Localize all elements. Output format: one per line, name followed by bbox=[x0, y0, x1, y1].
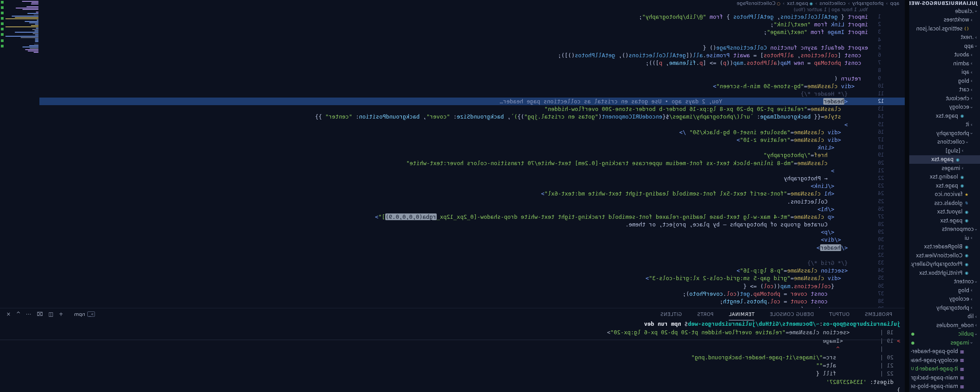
code-line-32[interactable]: 32 bbox=[39, 251, 905, 259]
code-line-15[interactable]: 15 > bbox=[39, 121, 905, 128]
code-line-28[interactable]: 28 Curated groups of photographs — by pl… bbox=[39, 221, 905, 228]
panel-tab-ports[interactable]: PORTS bbox=[697, 308, 714, 320]
maximize-panel-icon[interactable]: ^ bbox=[16, 311, 21, 317]
tree-item--claude[interactable]: ›.claude bbox=[909, 7, 980, 16]
code-line-3[interactable]: 3import Image from "next/image"; bbox=[39, 28, 905, 36]
tree-item-settings-local-json[interactable]: {}settings.local.json bbox=[909, 24, 980, 33]
tree-item-blogreader-tsx[interactable]: ◉BlogReader.tsx bbox=[909, 243, 980, 251]
tree-item-page-tsx[interactable]: ◉page.tsx bbox=[909, 181, 980, 190]
tree-item-images[interactable]: ›images bbox=[909, 164, 980, 173]
breadcrumb-item-app[interactable]: app bbox=[890, 0, 899, 6]
tree-item-components[interactable]: ›components bbox=[909, 225, 980, 234]
code-line-23[interactable]: 23 </Link> bbox=[39, 182, 905, 190]
code-line-36[interactable]: 36 {collections.map((col) => { bbox=[39, 282, 905, 290]
terminal[interactable]: julianruizburgos@pop-os:~/Documents/GitH… bbox=[0, 320, 900, 392]
tree-item-node-modules[interactable]: ›node_modules bbox=[909, 321, 980, 330]
more-actions-icon[interactable]: ⋯ bbox=[26, 311, 31, 317]
tree-item-content[interactable]: ›content bbox=[909, 277, 980, 286]
code-line-22[interactable]: 22 ← Photography bbox=[39, 175, 905, 182]
panel-tab-debug-console[interactable]: DEBUG CONSOLE bbox=[769, 308, 813, 320]
terminal-task-item[interactable]: >_ npm bbox=[74, 311, 95, 317]
code-line-20[interactable]: 20 className="mb-8 inline-block text-xs … bbox=[39, 159, 905, 167]
tree-item-worktrees[interactable]: ›worktrees bbox=[909, 16, 980, 25]
code-line-9[interactable]: 9 return ( bbox=[39, 75, 905, 82]
split-terminal-icon[interactable]: ◫ bbox=[48, 311, 53, 317]
tree-item-public[interactable]: ›public● bbox=[909, 330, 980, 339]
tree-item-ecology[interactable]: ›ecology bbox=[909, 103, 980, 112]
code-line-34[interactable]: 34 <section className="p-8 lg:p-16"> bbox=[39, 267, 905, 274]
tree-item-photographygallery-tsx[interactable]: ◉PhotographyGallery.tsx bbox=[909, 260, 980, 269]
tree-item-globals-css[interactable]: #globals.css bbox=[909, 199, 980, 208]
code-line-11[interactable]: 11 {/* Header */} bbox=[39, 90, 905, 98]
tree-item-it-page-header-bac-[interactable]: ▦it-page-header-bac...U bbox=[909, 365, 980, 374]
code-line-27[interactable]: 27 <p className="mt-4 max-w-lg text-base… bbox=[39, 213, 905, 221]
tree-item-it[interactable]: ›it bbox=[909, 120, 980, 129]
close-panel-icon[interactable]: × bbox=[6, 311, 11, 317]
tree-item--slug-[interactable]: ›[slug] bbox=[909, 146, 980, 155]
breadcrumb-item-collectionspage[interactable]: ○CollectionsPage bbox=[737, 0, 781, 6]
tree-item-ecology-page-header-ba-[interactable]: ▦ecology-page-header-ba... bbox=[909, 356, 980, 365]
code-line-8[interactable]: 8 bbox=[39, 67, 905, 74]
tree-item-app[interactable]: ›app bbox=[909, 42, 980, 51]
minimap[interactable] bbox=[4, 1, 39, 53]
tree-item-layout-tsx[interactable]: ◉layout.tsx bbox=[909, 208, 980, 217]
code-line-6[interactable]: 6 const [collections, allPhotos] = await… bbox=[39, 51, 905, 59]
tree-item-main-page-blog-section-[interactable]: ▦main-page-blog-section-... bbox=[909, 382, 980, 391]
code-line-31[interactable]: 31 </header> bbox=[39, 244, 905, 251]
code-line-5[interactable]: 5export default async function Collectio… bbox=[39, 44, 905, 51]
tree-item-page-tsx[interactable]: ◉page.tsx bbox=[909, 111, 980, 120]
panel-tab-gitlens[interactable]: GITLENS bbox=[660, 308, 682, 320]
tree-item-favicon-ico[interactable]: ★favicon.ico bbox=[909, 190, 980, 199]
tree-item-main-page-background-c-[interactable]: ▦main-page-background-c... bbox=[909, 373, 980, 382]
panel-tab-terminal[interactable]: TERMINAL bbox=[729, 308, 754, 320]
code-line-10[interactable]: 10 <div className="bg-stone-50 min-h-scr… bbox=[39, 82, 905, 90]
code-line-14[interactable]: 14 style={{ backgroundImage: `url(/photo… bbox=[39, 113, 905, 120]
gitlens-codelens[interactable]: You, 1 hour ago | 1 author (You) bbox=[794, 6, 868, 13]
sidebar-resize-handle[interactable] bbox=[905, 0, 909, 392]
tree-item-blog[interactable]: ›blog bbox=[909, 77, 980, 85]
tree-item--next[interactable]: ›.next bbox=[909, 33, 980, 42]
tree-item-page-tsx[interactable]: ◉page.tsx bbox=[909, 216, 980, 225]
tree-item-ecology[interactable]: ›ecology bbox=[909, 295, 980, 304]
code-line-19[interactable]: 19 href="/photography" bbox=[39, 151, 905, 159]
panel-tab-problems[interactable]: PROBLEMS bbox=[865, 308, 892, 320]
code-line-24[interactable]: 24 <h1 className="font-serif text-5xl fo… bbox=[39, 190, 905, 197]
tree-item-about[interactable]: ›about bbox=[909, 51, 980, 60]
code-line-1[interactable]: 1import { getAllCollections, getAllPhoto… bbox=[39, 13, 905, 21]
kill-terminal-icon[interactable]: ⌧ bbox=[37, 311, 43, 317]
code-line-26[interactable]: 26 </h1> bbox=[39, 205, 905, 213]
code-line-30[interactable]: 30 </div> bbox=[39, 236, 905, 243]
breadcrumb-item-page-tsx[interactable]: ◉page.tsx bbox=[787, 0, 813, 6]
tree-item-printlightbox-tsx[interactable]: ◉PrintLightbox.tsx bbox=[909, 268, 980, 277]
tree-item-checkout[interactable]: ›checkout bbox=[909, 94, 980, 103]
code-line-21[interactable]: 21 > bbox=[39, 167, 905, 175]
code-line-4[interactable]: 4 bbox=[39, 36, 905, 44]
code-line-7[interactable]: 7 const photoMap = new Map(allPhotos.map… bbox=[39, 59, 905, 67]
tree-item-api[interactable]: ›api bbox=[909, 68, 980, 77]
panel-tab-output[interactable]: OUTPUT bbox=[829, 308, 850, 320]
tree-item-collectionview-tsx[interactable]: ◉CollectionView.tsx bbox=[909, 251, 980, 260]
tree-item-admin[interactable]: ›admin bbox=[909, 59, 980, 68]
code-line-33[interactable]: 33 {/* Grid */} bbox=[39, 259, 905, 267]
code-line-35[interactable]: 35 <div className="grid gap-5 sm:grid-co… bbox=[39, 274, 905, 282]
tree-item-page-tsx[interactable]: ◉page.tsx bbox=[909, 155, 980, 164]
tree-item-blog[interactable]: ›blog bbox=[909, 286, 980, 295]
workspace-root[interactable]: JULIANRUIZBURGOS-WEB bbox=[909, 0, 980, 7]
code-line-37[interactable]: 37 const cover = photoMap.get(col.coverP… bbox=[39, 290, 905, 298]
tree-item-photography[interactable]: ›photography bbox=[909, 129, 980, 138]
code-line-38[interactable]: 38 const count = col.photos.length; bbox=[39, 298, 905, 305]
tree-item-loading-tsx[interactable]: ◉loading.tsx bbox=[909, 173, 980, 182]
explorer-sidebar[interactable]: JULIANRUIZBURGOS-WEB ›.claude›worktrees … bbox=[909, 0, 980, 392]
tree-item-images[interactable]: ›images● bbox=[909, 338, 980, 347]
tree-item-collections[interactable]: ›collections bbox=[909, 138, 980, 147]
code-line-18[interactable]: 18 <Link bbox=[39, 144, 905, 151]
code-line-17[interactable]: 17 <div className="relative z-10"> bbox=[39, 136, 905, 144]
tree-item-lib[interactable]: ›lib bbox=[909, 312, 980, 321]
breadcrumb-item-photography[interactable]: photography bbox=[852, 0, 883, 6]
tree-item-ui[interactable]: ›ui bbox=[909, 234, 980, 243]
code-editor[interactable]: app›photography›collections›◉page.tsx›○C… bbox=[0, 0, 905, 308]
new-terminal-icon[interactable]: + bbox=[59, 311, 63, 317]
code-line-12[interactable]: 12 <header You, 2 days ago • Use gotas e… bbox=[39, 98, 905, 105]
code-line-16[interactable]: 16 <div className="absolute inset-0 bg-b… bbox=[39, 128, 905, 136]
code-line-13[interactable]: 13 className="relative pt-20 pb-20 px-8 … bbox=[39, 105, 905, 113]
